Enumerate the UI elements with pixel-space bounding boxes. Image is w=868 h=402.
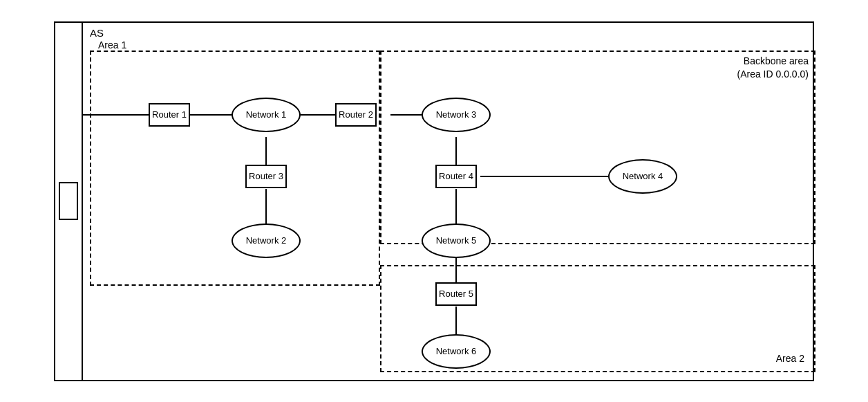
network5-ellipse: Network 5 [422, 223, 491, 258]
area2-label: Area 2 [776, 353, 804, 364]
router1-box: Router 1 [149, 103, 190, 127]
router2-box: Router 2 [335, 103, 377, 127]
router4-box: Router 4 [435, 165, 477, 188]
network2-ellipse: Network 2 [232, 223, 301, 258]
backbone-label: Backbone area (Area ID 0.0.0.0) [737, 55, 809, 82]
backbone-box: Backbone area (Area ID 0.0.0.0) [380, 51, 815, 244]
area1-label: Area 1 [97, 39, 128, 51]
router5-box: Router 5 [435, 282, 477, 306]
external-device [59, 182, 78, 220]
network1-ellipse: Network 1 [232, 98, 301, 132]
network3-ellipse: Network 3 [422, 98, 491, 132]
left-bar [55, 23, 83, 380]
diagram-container: AS Area 1 Backbone area (Area ID 0.0.0.0… [54, 21, 814, 381]
as-label: AS [90, 27, 104, 39]
main-area: AS Area 1 Backbone area (Area ID 0.0.0.0… [83, 23, 813, 380]
router3-box: Router 3 [245, 165, 287, 188]
area1-box: Area 1 [90, 51, 380, 286]
network4-ellipse: Network 4 [608, 159, 677, 194]
network6-ellipse: Network 6 [422, 334, 491, 369]
